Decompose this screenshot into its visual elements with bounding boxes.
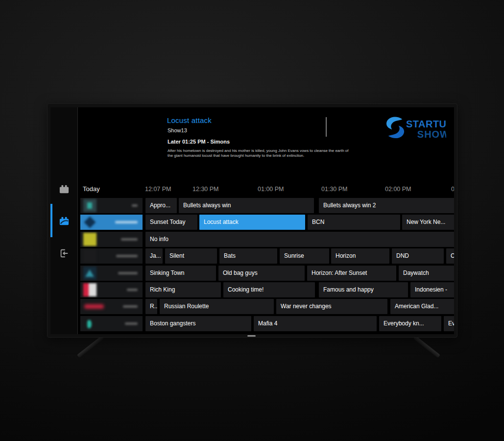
channel-cell[interactable] [80, 232, 143, 247]
timeline-slot: 02: [451, 186, 454, 193]
channel-logo [83, 267, 96, 280]
tv-guide-icon[interactable] [59, 217, 70, 226]
channel-cell-selected[interactable] [80, 215, 143, 230]
channel-name-blur [125, 322, 138, 325]
channel-logo [83, 249, 96, 263]
logo-text-show: SHOW [417, 129, 446, 140]
sidebar [50, 107, 78, 334]
epg-row: Ja... Silent Bats Sunrise Horizon DND C [78, 248, 454, 264]
channel-logo [83, 199, 96, 212]
program-cell[interactable]: Bats [219, 248, 277, 264]
tv-led [247, 335, 256, 337]
channel-logo [83, 233, 96, 246]
channel-logo [84, 304, 104, 309]
channel-logo [83, 283, 96, 296]
program-cell[interactable]: Sunrise [280, 248, 329, 264]
timeline-day: Today [83, 185, 100, 193]
program-cell[interactable]: Appro... [145, 198, 177, 213]
channel-name-blur [127, 289, 138, 291]
timeline-slot: 12:30 PM [192, 186, 219, 193]
program-cell[interactable]: Rich King [145, 282, 221, 297]
exit-icon[interactable] [59, 248, 70, 258]
epg-row: Sinking Town Old bag guys Horizon: After… [78, 266, 454, 281]
channel-cell[interactable] [80, 266, 143, 281]
program-cell[interactable]: Horizon: After Sunset [307, 266, 396, 281]
tv-leg-right [413, 336, 440, 358]
channel-cell[interactable] [80, 299, 143, 314]
program-cell[interactable]: BCN [308, 215, 400, 230]
program-cell[interactable]: Ja... [145, 248, 163, 264]
program-cell[interactable]: C [446, 248, 454, 264]
epg-row: Appro... Bullets always win Bullets alwa… [78, 198, 454, 213]
info-divider [326, 117, 327, 137]
program-cell[interactable]: Bullets always win 2 [319, 198, 454, 213]
tv-leg-left [77, 336, 104, 358]
epg-content: Locust attack Show13 Later 01:25 PM - Si… [78, 107, 454, 334]
channel-name-blur [118, 272, 138, 274]
program-cell[interactable]: Sinking Town [145, 266, 216, 281]
program-cell[interactable]: No info [145, 232, 454, 247]
program-cell[interactable]: Cooking time! [223, 282, 315, 297]
channel-cell[interactable] [80, 198, 143, 213]
channel-cell[interactable] [80, 282, 143, 297]
program-cell[interactable]: Famous and happy [319, 282, 408, 297]
tv-frame: Locust attack Show13 Later 01:25 PM - Si… [47, 103, 457, 338]
channel-logo [83, 216, 96, 229]
tv-screen: Locust attack Show13 Later 01:25 PM - Si… [50, 107, 454, 334]
program-cell[interactable]: R... [145, 299, 157, 314]
program-cell[interactable]: Mafia 4 [254, 316, 377, 331]
live-tv-icon[interactable] [59, 185, 70, 195]
timeline-slot: 01:00 PM [258, 186, 284, 193]
program-cell[interactable]: Bullets always win [179, 198, 314, 213]
program-cell[interactable]: Horizon [331, 248, 389, 264]
program-cell[interactable]: Russian Roulette [160, 299, 274, 314]
logo-text-startup: STARTUP [406, 119, 446, 129]
channel-name-blur [116, 255, 138, 257]
timeline-slot: 02:00 PM [385, 186, 411, 193]
epg-row: Sunset Today Locust attack BCN New York … [78, 215, 454, 230]
epg-row: R... Russian Roulette War never changes … [78, 299, 454, 314]
channel-logo [87, 320, 92, 328]
program-cell[interactable]: Indonesien - [410, 282, 454, 297]
epg-row: Boston gangsters Mafia 4 Everybody kn...… [78, 316, 454, 331]
program-cell[interactable]: American Glad... [390, 299, 454, 314]
timeline-slot: 01:30 PM [321, 186, 348, 193]
program-cell-selected[interactable]: Locust attack [199, 215, 305, 230]
channel-name-blur [121, 238, 138, 241]
channel-cell[interactable] [80, 316, 143, 331]
program-show-name: Show13 [168, 127, 187, 133]
program-cell[interactable]: War never changes [276, 299, 387, 314]
channel-name-blur [123, 305, 138, 308]
program-cell[interactable]: Old bag guys [218, 266, 305, 281]
program-cell[interactable]: Sunset Today [145, 215, 197, 230]
channel-name-blur [115, 221, 138, 223]
program-cell[interactable]: Everybody kn... [379, 316, 441, 331]
epg-row: No info [78, 232, 454, 247]
program-description: After his hometown is destroyed and his … [168, 148, 350, 158]
sidebar-selection-indicator [50, 204, 52, 237]
epg-grid: Appro... Bullets always win Bullets alwa… [78, 198, 454, 334]
epg-row: Rich King Cooking time! Famous and happy… [78, 282, 454, 297]
channel-name-blur [132, 204, 138, 207]
program-cell[interactable]: New York Ne... [402, 215, 454, 230]
program-cell[interactable]: DND [392, 248, 444, 264]
program-cell[interactable]: Ev [444, 316, 454, 331]
startup-show-logo: STARTUP SHOW [385, 115, 446, 147]
program-title: Locust attack [167, 116, 212, 124]
program-cell[interactable]: Boston gangsters [145, 316, 251, 331]
channel-cell[interactable] [80, 248, 143, 264]
program-cell[interactable]: Daywatch [399, 266, 454, 281]
program-cell[interactable]: Silent [165, 248, 217, 264]
timeline-slot: 12:07 PM [145, 186, 171, 193]
program-upcoming: Later 01:25 PM - Simons [168, 139, 230, 145]
timeline: Today 12:07 PM 12:30 PM 01:00 PM 01:30 P… [78, 181, 454, 197]
